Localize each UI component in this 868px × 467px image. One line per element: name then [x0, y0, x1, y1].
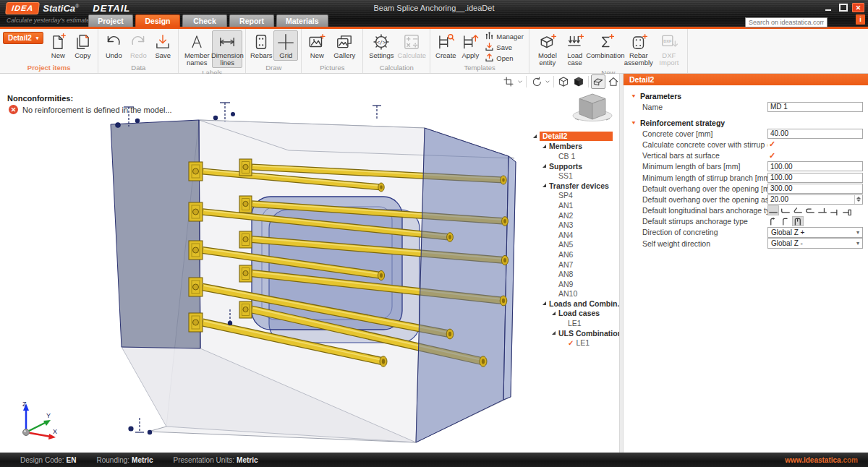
tab-project[interactable]: Project: [88, 14, 133, 27]
expander-icon[interactable]: [542, 145, 546, 148]
info-button[interactable]: i: [856, 14, 865, 25]
anchorage-bend-135-icon[interactable]: [792, 205, 804, 215]
search-input[interactable]: [745, 17, 827, 27]
gallery-button[interactable]: Gallery: [329, 30, 359, 61]
close-icon[interactable]: [852, 3, 864, 12]
model-entity-button[interactable]: Model entity: [532, 30, 563, 68]
tree-item-ss1[interactable]: SS1: [532, 171, 613, 181]
tree-item-uls-combinations[interactable]: ULS Combinations: [532, 328, 613, 338]
stirrup-closed-icon[interactable]: [792, 216, 804, 226]
copy-button[interactable]: Copy: [70, 30, 95, 61]
wireframe-cube-icon[interactable]: [556, 74, 571, 89]
expander-icon[interactable]: [542, 184, 546, 187]
tree-item-an7[interactable]: AN7: [532, 260, 613, 270]
navigation-cube[interactable]: [570, 90, 615, 123]
expander-icon[interactable]: [533, 134, 537, 138]
tree-item-label: LE1: [568, 319, 582, 327]
expander-icon[interactable]: [552, 331, 556, 335]
load-case-button[interactable]: Load case: [563, 30, 587, 68]
open-button[interactable]: Open: [482, 53, 526, 63]
param-input[interactable]: [767, 129, 863, 139]
spinner-arrows-icon[interactable]: [854, 195, 862, 204]
nonconformity-message[interactable]: No reinforcement is defined in the model…: [22, 106, 172, 114]
expander-icon[interactable]: [542, 301, 546, 305]
checkbox-checked-icon[interactable]: ✓: [767, 151, 775, 160]
expander-icon[interactable]: [542, 164, 546, 168]
member-names-button[interactable]: Member names: [182, 30, 212, 68]
tree-item-sp4[interactable]: SP4: [532, 191, 613, 201]
tree-item-loads-and-combin-[interactable]: Loads and Combin...: [532, 299, 613, 309]
tree-item-detail2[interactable]: Detail2: [532, 132, 613, 142]
anchorage-bend-90-icon[interactable]: [780, 205, 791, 215]
caret-down-icon[interactable]: [516, 74, 524, 89]
tree-item-le1[interactable]: ✓LE1: [532, 338, 613, 348]
tab-materials[interactable]: Materials: [276, 14, 328, 27]
tree-item-supports[interactable]: Supports: [532, 161, 613, 171]
new-button[interactable]: New: [46, 30, 70, 61]
tree-item-an2[interactable]: AN2: [532, 210, 613, 220]
create-button[interactable]: Create: [433, 30, 458, 61]
grid-button[interactable]: Grid: [273, 30, 298, 61]
clip-plane-icon[interactable]: [591, 74, 605, 89]
minimize-icon[interactable]: [822, 3, 834, 12]
new-button[interactable]: New: [305, 30, 329, 61]
rotate-view-icon[interactable]: [529, 74, 543, 89]
tree-item-an10[interactable]: AN10: [532, 289, 613, 299]
anchorage-bend-180-icon[interactable]: [804, 205, 816, 215]
tree-item-an8[interactable]: AN8: [532, 269, 613, 279]
tab-report[interactable]: Report: [229, 14, 274, 27]
solid-cube-icon[interactable]: [571, 74, 586, 89]
stirrup-hook-135-icon[interactable]: [767, 216, 779, 226]
section-header[interactable]: ▼Reinforcement strategy: [624, 118, 868, 128]
tree-item-an5[interactable]: AN5: [532, 240, 613, 250]
checkbox-checked-icon[interactable]: ✓: [767, 140, 775, 149]
tree-item-label: SS1: [558, 171, 573, 180]
website-link[interactable]: www.ideastatica.com: [785, 456, 858, 464]
tab-design[interactable]: Design: [135, 14, 180, 27]
param-dropdown[interactable]: Global Z -▾: [767, 238, 863, 249]
dimension-lines-button[interactable]: Dimension lines: [212, 30, 242, 68]
save-button[interactable]: Save: [482, 42, 526, 52]
tree-item-an3[interactable]: AN3: [532, 220, 613, 230]
maximize-icon[interactable]: [837, 3, 849, 12]
param-input[interactable]: [767, 184, 863, 194]
left-support-wall[interactable]: [111, 120, 200, 348]
tree-item-cb-1[interactable]: CB 1: [532, 151, 613, 161]
apply-button[interactable]: Apply: [458, 30, 482, 61]
tree-item-le1[interactable]: LE1: [532, 318, 613, 328]
settings-button[interactable]: </>Settings: [366, 30, 396, 61]
caret-down-icon[interactable]: [544, 74, 551, 89]
tab-check[interactable]: Check: [182, 14, 227, 27]
rebars-button[interactable]: Rebars: [249, 30, 273, 61]
tree-item-an9[interactable]: AN9: [532, 279, 613, 289]
ribbon-group-label: Calculation: [366, 63, 427, 73]
tree-item-an1[interactable]: AN1: [532, 200, 613, 210]
anchorage-head-icon[interactable]: [829, 205, 841, 215]
param-input[interactable]: [767, 102, 863, 112]
tree-item-transfer-devices[interactable]: Transfer devices: [532, 181, 613, 191]
tree-item-members[interactable]: Members: [532, 142, 613, 152]
save-button[interactable]: Save: [150, 30, 175, 61]
param-input[interactable]: [767, 173, 863, 183]
section-header[interactable]: ▼Parameters: [624, 91, 868, 101]
crop-section-icon[interactable]: [501, 74, 516, 89]
combination-button[interactable]: Combination: [587, 30, 624, 61]
anchorage-head-plate-icon[interactable]: [841, 205, 853, 215]
stirrup-hook-90-icon[interactable]: [780, 216, 791, 226]
active-detail-dropdown[interactable]: Detail2▾: [3, 32, 43, 44]
tree-item-an6[interactable]: AN6: [532, 249, 613, 260]
tree-item-load-cases[interactable]: Load cases: [532, 309, 613, 319]
anchorage-perpendicular-icon[interactable]: [817, 205, 828, 215]
expander-icon[interactable]: [552, 312, 556, 315]
manager-button[interactable]: Manager: [482, 31, 526, 41]
param-input[interactable]: [767, 161, 863, 171]
undo-button[interactable]: Undo: [101, 30, 126, 61]
anchorage-straight-icon[interactable]: [767, 205, 779, 215]
rebar-assembly-button[interactable]: Rebar assembly: [624, 30, 654, 68]
param-dropdown[interactable]: Global Z +▾: [767, 227, 863, 238]
viewport-3d[interactable]: Nonconformities: ✕ No reinforcement is d…: [0, 74, 619, 453]
tree-item-an4[interactable]: AN4: [532, 230, 613, 240]
home-view-icon[interactable]: [606, 74, 619, 89]
param-spinner[interactable]: 20.00: [767, 194, 863, 205]
right-end-wall[interactable]: [416, 128, 516, 442]
